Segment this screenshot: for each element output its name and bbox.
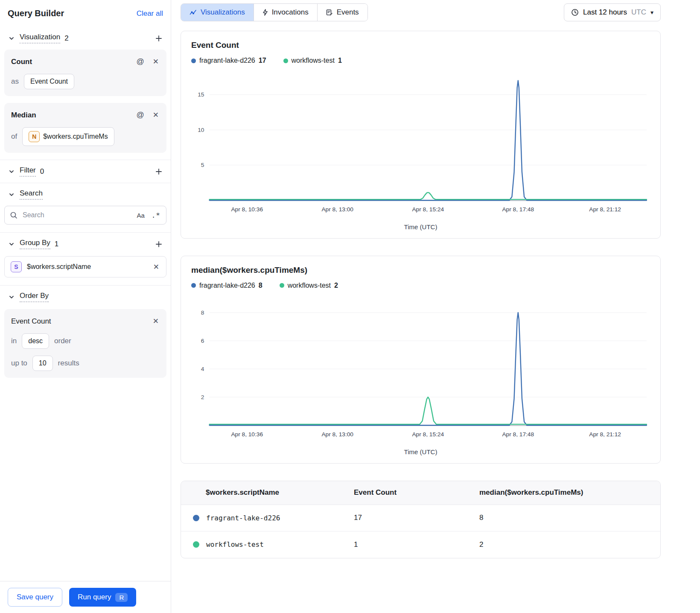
y-tick: 5 [201,162,204,168]
number-field-badge: N [29,131,40,142]
series-dot [193,515,199,521]
in-label: in [11,337,17,345]
legend-value: 17 [259,57,266,64]
of-label: of [11,132,17,141]
limit-chip[interactable]: 10 [32,356,53,371]
series-dot [283,58,288,63]
median-value: 2 [479,540,660,549]
legend-name: workflows-test [288,282,331,289]
y-tick: 2 [201,394,204,400]
median-line-chart: 8 6 4 2 Apr 8, 10:36 Apr 8, 13:00 Apr 8,… [191,295,650,445]
legend-item[interactable]: workflows-test 2 [280,282,338,289]
remove-group-by-icon[interactable]: ✕ [152,262,160,272]
order-by-section-label: Order By [20,292,49,302]
x-tick: Apr 8, 17:48 [502,431,534,437]
tab-invocations[interactable]: Invocations [254,4,317,21]
script-name: fragrant-lake-d226 [206,514,280,522]
legend-item[interactable]: fragrant-lake-d226 8 [191,282,262,289]
series-line-fragrant-lake [210,81,647,201]
visualization-count: 2 [64,34,68,43]
remove-visualization-icon[interactable]: ✕ [152,56,160,67]
results-table: $workers.scriptName Event Count median($… [181,481,661,558]
order-direction-value: desc [28,337,43,345]
legend-name: fragrant-lake-d226 [199,282,255,289]
field-chip-label: $workers.cpuTimeMs [43,133,108,140]
save-query-label: Save query [17,593,53,601]
view-tabs: Visualizations Invocations Events [181,3,368,21]
table-row[interactable]: workflows-test 1 2 [181,531,660,558]
as-label: as [11,77,19,86]
run-query-label: Run query [78,593,111,601]
series-dot [191,58,196,63]
event-count-value: 17 [354,514,479,522]
y-tick: 10 [198,127,204,133]
median-value: 8 [479,514,660,522]
legend-value: 2 [334,282,338,289]
event-count-value: 1 [354,540,479,549]
column-header-scriptname: $workers.scriptName [181,488,354,497]
tab-label: Invocations [272,8,309,17]
legend-value: 8 [259,282,262,289]
chevron-down-icon[interactable] [8,293,15,301]
column-header-event-count: Event Count [354,488,479,497]
at-sign-icon[interactable]: @ [135,56,145,67]
chevron-down-icon[interactable] [8,35,15,42]
order-by-card: Event Count ✕ in desc order up to 10 res… [4,309,166,378]
case-sensitive-icon[interactable]: Aa [136,211,145,220]
at-sign-icon[interactable]: @ [135,110,145,120]
series-dot [280,283,284,288]
filter-count: 0 [40,167,44,176]
time-range-tz: UTC [631,8,646,17]
chevron-down-icon[interactable] [8,168,15,175]
y-tick: 8 [201,309,204,316]
order-direction-chip[interactable]: desc [22,333,49,349]
y-tick: 15 [198,91,204,98]
tab-events[interactable]: Events [317,4,368,21]
group-by-count: 1 [55,240,58,248]
run-query-shortcut: R [115,593,128,602]
tab-label: Visualizations [201,8,245,17]
legend-item[interactable]: fragrant-lake-d226 17 [191,57,266,64]
filter-section: Filter 0 [0,160,171,183]
visualization-card-title: Count [11,58,32,66]
legend-name: fragrant-lake-d226 [199,57,255,64]
regex-icon[interactable]: .* [151,210,161,220]
event-count-alias-chip[interactable]: Event Count [24,74,74,89]
x-tick: Apr 8, 13:00 [321,431,353,437]
series-dot [191,283,196,288]
events-icon [326,9,333,16]
chart-icon [190,9,197,16]
y-tick: 6 [201,338,204,344]
visualization-card-count: Count @ ✕ as Event Count [4,50,166,96]
series-line-workflows-test [210,193,647,199]
group-by-section: Group By 1 S $workers.scriptName ✕ [0,233,171,286]
column-header-median: median($workers.cpuTimeMs) [479,488,660,497]
add-filter-button[interactable] [155,167,163,176]
chart-title: Event Count [191,41,650,50]
time-range-selector[interactable]: Last 12 hours UTC ▾ [564,3,661,21]
order-by-field: Event Count [11,317,51,326]
group-by-section-label: Group By [20,239,50,249]
add-group-by-button[interactable] [155,240,163,248]
remove-visualization-icon[interactable]: ✕ [152,110,160,120]
chevron-down-icon[interactable] [8,240,15,248]
save-query-button[interactable]: Save query [8,588,62,607]
tab-visualizations[interactable]: Visualizations [181,4,254,21]
main-topbar: Visualizations Invocations Events Last 1… [181,3,661,21]
x-axis-label: Time (UTC) [191,448,650,455]
time-range-label: Last 12 hours [583,8,627,17]
x-tick: Apr 8, 21:12 [589,206,621,213]
median-field-chip[interactable]: N $workers.cpuTimeMs [22,127,114,146]
run-query-button[interactable]: Run query R [69,588,136,607]
chevron-down-icon[interactable] [8,191,15,198]
clear-all-button[interactable]: Clear all [137,9,163,18]
group-by-item[interactable]: S $workers.scriptName ✕ [4,256,166,277]
query-builder-sidebar: Query Builder Clear all Visualization 2 … [0,0,171,613]
y-tick: 4 [201,366,204,372]
table-row[interactable]: fragrant-lake-d226 17 8 [181,505,660,531]
add-visualization-button[interactable] [155,34,163,43]
visualization-section-label: Visualization [20,33,60,44]
remove-order-by-icon[interactable]: ✕ [152,316,160,327]
x-axis-label: Time (UTC) [191,223,650,231]
legend-item[interactable]: workflows-test 1 [283,57,342,64]
